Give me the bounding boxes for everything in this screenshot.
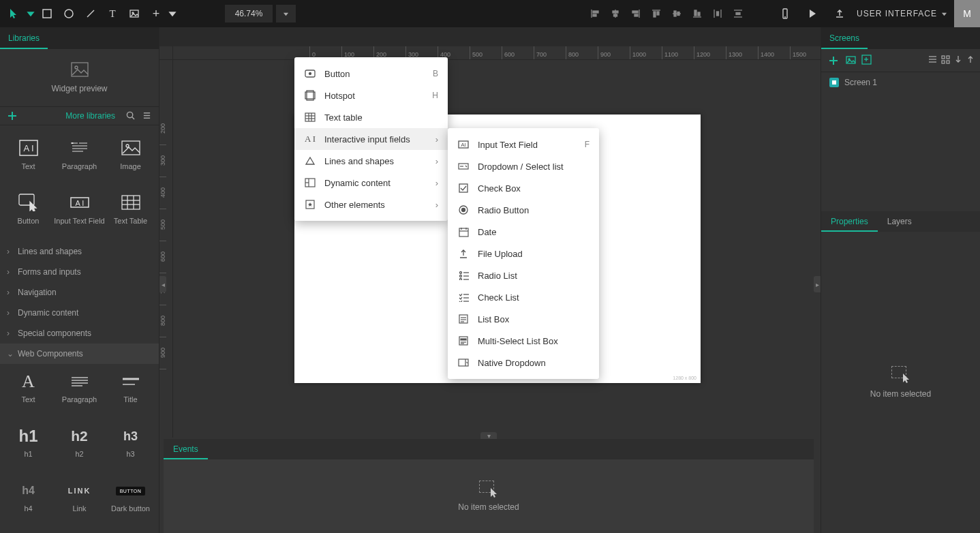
add-tool-dropdown[interactable]	[168, 3, 177, 24]
menu-item-hotspot[interactable]: HotspotH	[294, 85, 448, 106]
widget-text[interactable]: A I Text	[3, 132, 54, 184]
web-components-grid: AText Paragraph Title h1h1 h2h2 h3h3 h4h…	[0, 364, 159, 533]
wc-h3[interactable]: h3h3	[105, 424, 156, 473]
wc-dark-button[interactable]: BUTTONDark button	[105, 478, 156, 528]
align-middle-v[interactable]	[667, 3, 686, 24]
ruler-vertical[interactable]: 200300400500600700800900	[159, 60, 173, 438]
submenu-item-check-list[interactable]: Check List	[448, 286, 599, 308]
collapse-right-handle[interactable]: ▸	[814, 276, 821, 292]
screen-item-1[interactable]: Screen 1	[821, 72, 980, 93]
submenu-item-date[interactable]: Date	[448, 221, 599, 243]
svg-rect-15	[654, 12, 656, 17]
list-view-icon[interactable]	[140, 109, 153, 123]
ellipse-tool[interactable]	[59, 3, 79, 24]
widget-image[interactable]: Image	[105, 132, 156, 184]
more-libraries-link[interactable]: More libraries	[19, 111, 121, 121]
align-left[interactable]	[585, 3, 604, 24]
submenu-item-check-box[interactable]: Check Box	[448, 177, 599, 199]
align-bottom[interactable]	[688, 3, 707, 24]
menu-item-lines-and-shapes[interactable]: Lines and shapes›	[294, 150, 448, 172]
project-dropdown[interactable]: USER INTERFACE	[857, 9, 947, 18]
submenu-item-file-upload[interactable]: File Upload	[448, 243, 599, 264]
wc-paragraph[interactable]: Paragraph	[54, 369, 105, 418]
select-tool[interactable]	[4, 3, 25, 24]
category-list: ›Lines and shapes›Forms and inputs›Navig…	[0, 241, 159, 364]
input-text-widget-icon: A I	[70, 191, 89, 214]
category-navigation[interactable]: ›Navigation	[0, 282, 159, 303]
submenu-item-native-dropdown[interactable]: Native Dropdown	[448, 352, 599, 374]
category-web-components[interactable]: ⌄Web Components	[0, 344, 159, 364]
category-lines-and-shapes[interactable]: ›Lines and shapes	[0, 241, 159, 262]
user-avatar[interactable]: M	[954, 0, 980, 27]
wc-link[interactable]: LINKLink	[54, 478, 105, 528]
image-tool[interactable]	[124, 3, 144, 24]
grid-view-toggle[interactable]	[941, 55, 950, 66]
image-placeholder-icon	[71, 62, 89, 77]
layers-tab[interactable]: Layers	[878, 211, 921, 232]
add-screen-button[interactable]	[827, 54, 840, 67]
widget-input-text[interactable]: A I Input Text Field	[54, 187, 105, 239]
device-preview[interactable]	[775, 3, 795, 24]
category-special-components[interactable]: ›Special components	[0, 323, 159, 344]
submenu-item-radio-list[interactable]: Radio List	[448, 264, 599, 286]
category-forms-and-inputs[interactable]: ›Forms and inputs	[0, 262, 159, 282]
wc-text[interactable]: AText	[3, 369, 54, 418]
events-tab[interactable]: Events	[164, 439, 208, 459]
wc-title[interactable]: Title	[105, 369, 156, 418]
submenu-item-icon	[457, 247, 470, 260]
sort-down-icon[interactable]	[954, 55, 962, 65]
add-tool[interactable]: +	[146, 3, 166, 24]
align-center-h[interactable]	[606, 3, 625, 24]
add-screen-type-icon[interactable]	[846, 55, 856, 67]
menu-item-dynamic-content[interactable]: Dynamic content›	[294, 172, 448, 194]
svg-rect-21	[694, 10, 696, 16]
sort-up-icon[interactable]	[966, 55, 975, 65]
menu-item-button[interactable]: ButtonB	[294, 63, 448, 85]
widget-paragraph[interactable]: Paragraph	[54, 132, 105, 184]
svg-rect-6	[593, 11, 598, 13]
rectangle-tool[interactable]	[37, 3, 57, 24]
collapse-events-handle[interactable]: ▾	[480, 432, 497, 439]
distribute-h[interactable]	[708, 3, 727, 24]
svg-text:A I: A I	[75, 199, 84, 207]
list-view-toggle[interactable]	[928, 55, 937, 66]
search-libraries-icon[interactable]	[123, 109, 137, 123]
screen-thumb-icon	[829, 78, 839, 87]
submenu-item-dropdown-select-list[interactable]: Dropdown / Select list	[448, 155, 599, 177]
zoom-input[interactable]	[225, 5, 273, 22]
button-widget-icon	[18, 191, 39, 214]
libraries-tab[interactable]: Libraries	[0, 27, 159, 49]
menu-item-other-elements[interactable]: Other elements›	[294, 194, 448, 215]
submenu-item-multi-select-list-box[interactable]: Multi-Select List Box	[448, 330, 599, 352]
add-template-icon[interactable]	[861, 55, 872, 67]
collapse-left-handle[interactable]: ◂	[159, 276, 166, 292]
select-tool-dropdown[interactable]	[26, 3, 35, 24]
widget-button[interactable]: Button	[3, 187, 54, 239]
wc-h4[interactable]: h4h4	[3, 478, 54, 528]
add-library-button[interactable]	[5, 109, 19, 123]
zoom-dropdown[interactable]	[275, 5, 296, 22]
submenu-item-list-box[interactable]: List Box	[448, 308, 599, 330]
submenu-item-radio-button[interactable]: Radio Button	[448, 199, 599, 221]
menu-item-text-table[interactable]: Text table	[294, 106, 448, 128]
wc-h1[interactable]: h1h1	[3, 424, 54, 473]
svg-point-1	[65, 10, 73, 18]
properties-tab[interactable]: Properties	[821, 211, 878, 232]
submenu-item-input-text-field[interactable]: AIInput Text FieldF	[448, 134, 599, 155]
text-tool[interactable]: T	[102, 3, 123, 24]
widget-text-table[interactable]: Text Table	[105, 187, 156, 239]
svg-rect-10	[613, 14, 617, 16]
category-dynamic-content[interactable]: ›Dynamic content	[0, 303, 159, 323]
svg-point-44	[126, 144, 129, 147]
wc-h2[interactable]: h2h2	[54, 424, 105, 473]
screens-tab[interactable]: Screens	[821, 27, 868, 49]
ruler-horizontal[interactable]: 0100200300400500600700800900100011001200…	[173, 46, 821, 60]
chevron-right-icon: ›	[435, 178, 438, 188]
upload-button[interactable]	[829, 3, 850, 24]
menu-item-interactive-input-fields[interactable]: A IInteractive input fields›	[294, 128, 448, 150]
align-right[interactable]	[626, 3, 645, 24]
align-top[interactable]	[647, 3, 666, 24]
distribute-v[interactable]	[729, 3, 748, 24]
line-tool[interactable]	[80, 3, 101, 24]
play-button[interactable]	[802, 3, 823, 24]
